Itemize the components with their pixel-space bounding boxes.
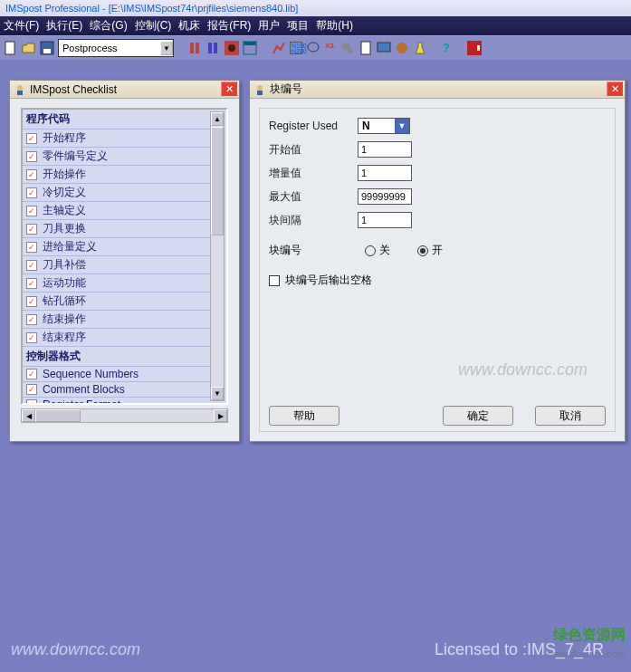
- tool-icon-gears[interactable]: [340, 41, 355, 55]
- checklist-item[interactable]: ✓进给量定义: [23, 238, 210, 256]
- toolbar-process-combo[interactable]: Postprocess▼: [58, 39, 174, 57]
- menu-project[interactable]: 项目: [287, 18, 309, 34]
- checklist-list: 程序代码✓开始程序✓零件编号定义✓开始操作✓冷切定义✓主轴定义✓刀具更换✓进给量…: [21, 108, 228, 405]
- checklist-item[interactable]: ✓零件编号定义: [23, 148, 210, 166]
- checklist-item-label: 进给量定义: [43, 239, 97, 254]
- checklist-item[interactable]: ✓Sequence Numbers: [23, 367, 210, 382]
- check-icon: ✓: [26, 314, 37, 325]
- checklist-item[interactable]: ✓运动功能: [23, 274, 210, 293]
- menu-ctrl[interactable]: 控制(C): [135, 18, 172, 34]
- combo-drop-icon[interactable]: ▼: [160, 41, 173, 55]
- scroll-thumb[interactable]: [211, 127, 224, 235]
- checklist-item[interactable]: ✓Register Format: [23, 398, 210, 405]
- menu-comp[interactable]: 综合(G): [90, 18, 127, 34]
- scroll-right-icon[interactable]: ▶: [214, 409, 227, 422]
- menu-report[interactable]: 报告(FR): [207, 18, 251, 34]
- check-icon: ✓: [26, 187, 37, 198]
- checklist-item-label: Register Format: [43, 398, 120, 405]
- scroll-down-icon[interactable]: ▼: [211, 387, 224, 400]
- tool-icon-1[interactable]: [188, 41, 203, 55]
- gap-label: 块间隔: [269, 213, 358, 228]
- start-label: 开始值: [269, 142, 358, 158]
- checklist-item[interactable]: ✓结束操作: [23, 311, 210, 329]
- checklist-section-header: 控制器格式: [23, 347, 210, 367]
- space-after-checkbox[interactable]: [269, 275, 280, 286]
- tool-icon-sphere[interactable]: [395, 41, 409, 55]
- register-combo[interactable]: N▼: [358, 118, 410, 134]
- checklist-item[interactable]: ✓开始操作: [23, 166, 210, 184]
- checklist-item[interactable]: ✓结束程序: [23, 329, 210, 347]
- tool-icon-flask[interactable]: [413, 41, 427, 55]
- radio-off[interactable]: 关: [365, 243, 390, 258]
- checklist-item[interactable]: ✓主轴定义: [23, 202, 210, 220]
- scroll-up-icon[interactable]: ▲: [211, 112, 224, 126]
- max-label: 最大值: [269, 189, 358, 205]
- gap-input[interactable]: [358, 212, 412, 228]
- tool-icon-chart[interactable]: [272, 41, 286, 55]
- checklist-section-header: 程序代码: [23, 110, 210, 130]
- tool-icon-n100[interactable]: N100N200: [290, 42, 302, 54]
- check-icon: ✓: [26, 296, 37, 307]
- tool-icon-x3[interactable]: X3.: [324, 42, 337, 54]
- checklist-item-label: Comment Blocks: [43, 383, 125, 396]
- svg-rect-3: [190, 43, 194, 53]
- form-title-bar: 块编号 ✕: [250, 81, 625, 99]
- svg-rect-10: [244, 42, 256, 45]
- tool-icon-screen[interactable]: [377, 41, 391, 55]
- svg-rect-14: [361, 42, 370, 54]
- check-icon: ✓: [26, 224, 37, 235]
- vertical-scrollbar[interactable]: ▲ ▼: [210, 111, 225, 401]
- menu-machine[interactable]: 机床: [178, 18, 200, 34]
- checklist-item[interactable]: ✓钻孔循环: [23, 293, 210, 311]
- menu-user[interactable]: 用户: [258, 18, 280, 34]
- footer-watermark: www.downcc.com: [11, 640, 140, 659]
- tool-icon-bubble[interactable]: [306, 41, 320, 55]
- tool-icon-bug[interactable]: [225, 41, 239, 55]
- chevron-down-icon[interactable]: ▼: [395, 119, 409, 133]
- space-after-label: 块编号后输出空格: [285, 273, 372, 288]
- close-icon[interactable]: ✕: [607, 82, 623, 96]
- tool-icon-2[interactable]: [206, 41, 221, 55]
- save-icon[interactable]: [40, 41, 54, 55]
- checklist-item-label: 刀具更换: [43, 221, 86, 236]
- menu-run[interactable]: 执行(E): [46, 18, 82, 34]
- scroll-thumb-h[interactable]: [35, 409, 81, 422]
- checklist-item[interactable]: ✓开始程序: [23, 130, 210, 148]
- site-logo: 绿色资源网: [553, 626, 626, 645]
- svg-rect-20: [17, 91, 23, 95]
- checklist-item-label: 主轴定义: [43, 203, 86, 218]
- scroll-left-icon[interactable]: ◀: [22, 409, 35, 422]
- exit-icon[interactable]: [467, 41, 482, 55]
- help-icon[interactable]: ?: [440, 42, 453, 54]
- ok-button[interactable]: 确定: [443, 406, 513, 426]
- start-value-input[interactable]: [358, 141, 412, 158]
- new-icon[interactable]: [4, 41, 18, 55]
- wizard-icon: [14, 83, 26, 96]
- checklist-item[interactable]: ✓刀具更换: [23, 220, 210, 238]
- tool-icon-doc[interactable]: [359, 41, 373, 55]
- close-icon[interactable]: ✕: [221, 82, 237, 96]
- increment-input[interactable]: [358, 165, 412, 181]
- checklist-item[interactable]: ✓刀具补偿: [23, 256, 210, 274]
- menu-bar: 文件(F) 执行(E) 综合(G) 控制(C) 机床 报告(FR) 用户 项目 …: [0, 16, 631, 35]
- check-icon: ✓: [26, 133, 37, 144]
- max-value-input[interactable]: [358, 188, 412, 205]
- menu-file[interactable]: 文件(F): [4, 18, 39, 34]
- cancel-button[interactable]: 取消: [535, 406, 606, 426]
- checklist-item-label: 结束操作: [43, 312, 86, 327]
- menu-help[interactable]: 帮助(H): [316, 18, 353, 34]
- checklist-item[interactable]: ✓冷切定义: [23, 184, 210, 202]
- help-button[interactable]: 帮助: [269, 406, 339, 426]
- radio-on[interactable]: 开: [417, 243, 443, 258]
- check-icon: ✓: [26, 206, 37, 216]
- svg-point-19: [17, 85, 23, 91]
- check-icon: ✓: [26, 369, 37, 379]
- checklist-item-label: Sequence Numbers: [43, 368, 139, 380]
- svg-rect-18: [477, 45, 480, 51]
- open-icon[interactable]: [22, 41, 36, 55]
- tool-icon-window[interactable]: [243, 41, 257, 55]
- svg-point-11: [308, 43, 319, 52]
- horizontal-scrollbar[interactable]: ◀ ▶: [21, 408, 228, 423]
- checklist-item[interactable]: ✓Comment Blocks: [23, 382, 210, 398]
- svg-rect-15: [378, 43, 390, 52]
